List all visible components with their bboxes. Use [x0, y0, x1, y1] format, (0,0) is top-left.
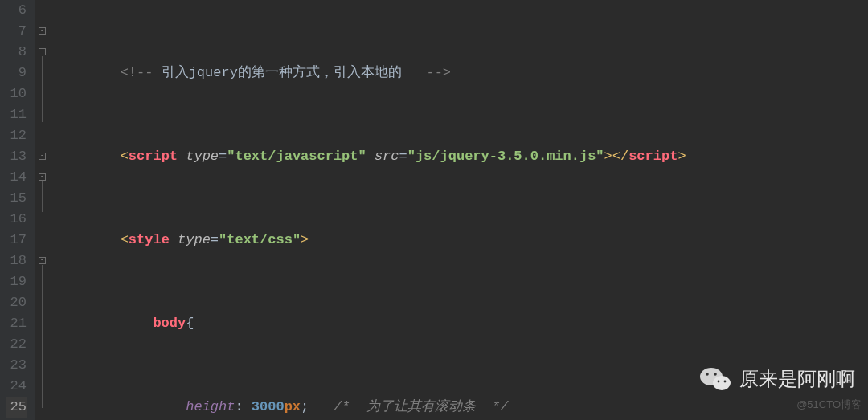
fold-gutter[interactable]: - - - - -: [35, 0, 50, 420]
angle: >: [678, 149, 686, 164]
indent: [55, 232, 121, 247]
code-line[interactable]: <style type="text/css">: [55, 230, 868, 251]
indent: [55, 399, 186, 414]
code-line[interactable]: height: 3000px; /* 为了让其有滚动条 */: [55, 397, 868, 418]
indent: [55, 316, 153, 331]
line-number: 20: [6, 292, 27, 313]
line-number: 19: [6, 271, 27, 292]
css-selector: body: [153, 316, 186, 331]
wechat-icon: [699, 365, 731, 393]
css-prop: height: [186, 399, 235, 414]
angle: <: [121, 149, 129, 164]
wechat-watermark-text: 原来是阿刚啊: [739, 369, 855, 389]
fold-toggle-icon[interactable]: -: [39, 257, 46, 264]
fold-guide: [42, 181, 43, 212]
line-number: 10: [6, 84, 27, 104]
code-area[interactable]: <!-- 引入jquery的第一种方式，引入本地的 --> <script ty…: [50, 0, 868, 420]
line-number: 22: [6, 334, 27, 355]
line-number: 13: [6, 146, 27, 167]
angle: ></: [604, 149, 629, 164]
line-number: 17: [6, 230, 27, 251]
line-number: 9: [6, 63, 27, 84]
brace: {: [186, 316, 194, 331]
semi: ;: [301, 399, 309, 414]
line-number: 21: [6, 313, 27, 334]
svg-point-1: [713, 376, 731, 390]
line-number: 16: [6, 209, 27, 230]
fold-toggle-icon[interactable]: -: [39, 173, 46, 181]
tag-name: script: [628, 149, 678, 164]
attr: src: [375, 149, 399, 164]
attr-value: "text/css": [219, 232, 301, 247]
tag-name: style: [129, 232, 170, 247]
code-editor[interactable]: 6 7 8 9 10 11 12 13 14 15 16 17 18 19 20…: [0, 0, 868, 420]
line-number: 24: [6, 376, 27, 397]
equals: =: [219, 149, 227, 164]
attr: type: [178, 232, 211, 247]
angle: >: [301, 232, 309, 247]
svg-point-3: [714, 373, 717, 376]
code-line[interactable]: body{: [55, 313, 868, 334]
fold-toggle-icon[interactable]: -: [39, 153, 46, 160]
svg-point-4: [718, 381, 720, 383]
indent: [55, 149, 121, 164]
line-number: 12: [6, 125, 27, 146]
line-number: 23: [6, 355, 27, 376]
line-number-gutter: 6 7 8 9 10 11 12 13 14 15 16 17 18 19 20…: [0, 0, 35, 420]
line-number: 8: [6, 42, 27, 63]
attr-value: "js/jquery-3.5.0.min.js": [407, 149, 604, 164]
code-line[interactable]: <script type="text/javascript" src="js/j…: [55, 146, 868, 167]
comment: /* 为了让其有滚动条 */: [334, 399, 509, 414]
fold-toggle-icon[interactable]: -: [39, 48, 46, 55]
fold-guide: [42, 56, 43, 122]
equals: =: [211, 232, 219, 247]
code-line[interactable]: <!-- 引入jquery的第一种方式，引入本地的 -->: [55, 63, 868, 84]
svg-point-5: [724, 381, 727, 383]
tag-name: script: [129, 149, 178, 164]
line-number: 11: [6, 104, 27, 125]
line-number-current: 25: [6, 397, 27, 418]
code-text: <!-- 引入jquery的第一种方式，引入本地的 -->: [55, 65, 451, 80]
line-number: 14: [6, 167, 27, 188]
colon: :: [235, 399, 251, 414]
fold-guide: [42, 265, 43, 408]
line-number: 7: [6, 21, 27, 42]
line-number: 6: [6, 0, 27, 21]
line-number: 18: [6, 251, 27, 271]
line-number: 15: [6, 188, 27, 209]
fold-toggle-icon[interactable]: -: [39, 27, 46, 35]
attr-value: "text/javascript": [227, 149, 366, 164]
blog-watermark: @51CTO博客: [796, 394, 862, 415]
wechat-watermark: 原来是阿刚啊: [699, 365, 855, 393]
angle: <: [121, 232, 129, 247]
attr: type: [186, 149, 219, 164]
equals: =: [399, 149, 407, 164]
css-number: 3000: [252, 399, 285, 414]
svg-point-2: [706, 373, 709, 376]
css-unit: px: [285, 399, 301, 414]
